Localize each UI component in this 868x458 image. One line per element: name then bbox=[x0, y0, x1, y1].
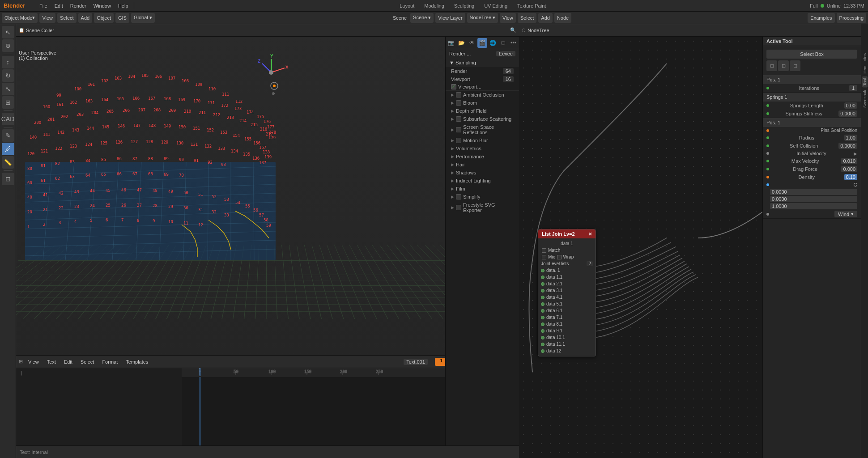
match-cb[interactable] bbox=[542, 248, 546, 253]
simplify-item[interactable]: ▶ Simplify bbox=[446, 193, 519, 201]
view-btn[interactable]: View bbox=[500, 13, 516, 23]
tab-particles[interactable]: ••• bbox=[509, 38, 518, 48]
viewport-denoising-checkbox[interactable]: ✓ Viewport... bbox=[451, 84, 481, 89]
menu-help[interactable]: Help bbox=[115, 0, 132, 11]
add-menu-btn[interactable]: Add bbox=[78, 13, 93, 23]
tab-output[interactable]: 📂 bbox=[457, 38, 466, 48]
df-value[interactable]: 0.000 bbox=[841, 166, 857, 172]
tool-annotate[interactable]: ✎ bbox=[2, 129, 14, 142]
render-engine-dropdown[interactable]: Eevee bbox=[496, 51, 515, 56]
select-menu-btn[interactable]: Select bbox=[57, 13, 77, 23]
bloom-checkbox[interactable] bbox=[456, 100, 461, 106]
bloom-item[interactable]: ▶ Bloom bbox=[446, 99, 519, 107]
viewport-canvas[interactable]: User Perspective (1) Collection bbox=[16, 37, 519, 355]
menu-edit[interactable]: Edit bbox=[51, 0, 67, 11]
workspace-modeling[interactable]: Modeling bbox=[420, 1, 449, 11]
film-item[interactable]: ▶ Film bbox=[446, 185, 519, 193]
workspace-layout[interactable]: Layout bbox=[395, 1, 419, 11]
sc-value[interactable]: 0.0000 bbox=[838, 143, 857, 149]
be-templates-btn[interactable]: Templates bbox=[123, 356, 151, 368]
vtab-item[interactable]: Item bbox=[862, 64, 868, 76]
select-box-btn[interactable]: Select Box bbox=[766, 50, 857, 59]
tool-mode-btn-3[interactable]: ⊡ bbox=[790, 60, 800, 71]
tool-extra[interactable]: ⊡ bbox=[2, 173, 14, 185]
vtab-tool[interactable]: Tool bbox=[862, 76, 868, 88]
tab-render[interactable]: 📷 bbox=[447, 38, 456, 48]
menu-file[interactable]: File bbox=[36, 0, 51, 11]
tab-world[interactable]: 🌐 bbox=[488, 38, 498, 48]
be-mode-btn[interactable]: ⊞ bbox=[19, 359, 23, 365]
transform-selector[interactable]: Global ▾ bbox=[131, 13, 155, 23]
ambient-occlusion-item[interactable]: ▶ Ambient Occlusion bbox=[446, 91, 519, 99]
menu-render[interactable]: Render bbox=[67, 0, 90, 11]
tool-scale[interactable]: ⤡ bbox=[2, 83, 14, 95]
workspace-uv-editing[interactable]: UV Editing bbox=[480, 1, 512, 11]
tool-cursor[interactable]: ⊕ bbox=[2, 39, 14, 52]
tab-view[interactable]: 👁 bbox=[467, 38, 477, 48]
viewport-denoising-cb[interactable]: ✓ bbox=[451, 84, 456, 89]
shadows-item[interactable]: ▶ Shadows bbox=[446, 169, 519, 177]
be-format-btn[interactable]: Format bbox=[99, 356, 120, 368]
node-tree-btn[interactable]: NodeTree ▾ bbox=[467, 13, 498, 23]
iterations-value[interactable]: 1 bbox=[849, 85, 857, 91]
hair-item[interactable]: ▶ Hair bbox=[446, 161, 519, 169]
freestyle-svg-item[interactable]: ▶ Freestyle SVG Exporter bbox=[446, 201, 519, 214]
workspace-texture-paint[interactable]: Texture Paint bbox=[513, 1, 550, 11]
menu-window[interactable]: Window bbox=[90, 0, 115, 11]
processing-btn[interactable]: Processing bbox=[837, 13, 866, 23]
mb-checkbox[interactable] bbox=[456, 138, 461, 143]
render-samples-value[interactable]: 64 bbox=[503, 68, 514, 74]
select-btn2[interactable]: Select bbox=[518, 13, 537, 23]
outliner-search-btn[interactable]: 🔍 bbox=[510, 27, 516, 33]
subsurface-scattering-item[interactable]: ▶ Subsurface Scattering bbox=[446, 115, 519, 123]
motion-blur-item[interactable]: ▶ Motion Blur bbox=[446, 136, 519, 144]
r-value[interactable]: 1.00 bbox=[844, 135, 857, 141]
node-btn[interactable]: Node bbox=[554, 13, 571, 23]
examples-btn[interactable]: Examples bbox=[808, 13, 834, 23]
fs-checkbox[interactable] bbox=[456, 205, 461, 210]
tool-transform[interactable]: ⊞ bbox=[2, 96, 14, 109]
view-menu-btn[interactable]: View bbox=[39, 13, 55, 23]
den-value[interactable]: 0.10 bbox=[844, 174, 857, 180]
indirect-lighting-item[interactable]: ▶ Indirect Lighting bbox=[446, 177, 519, 185]
be-edit-btn[interactable]: Edit bbox=[61, 356, 75, 368]
sampling-header[interactable]: ▼ Sampling bbox=[446, 58, 519, 67]
tool-measure[interactable]: 📏 bbox=[2, 156, 14, 169]
viewport-samples-value[interactable]: 16 bbox=[503, 76, 514, 82]
vtab-node[interactable]: Svertchak bbox=[862, 88, 868, 110]
mv-value[interactable]: 0.010 bbox=[841, 158, 857, 164]
mode-selector[interactable]: Object Mode ▾ bbox=[2, 13, 38, 23]
tool-move[interactable]: ↕ bbox=[2, 56, 14, 68]
ss-value[interactable]: 0.0000 bbox=[838, 110, 857, 117]
g-val1[interactable]: 0.0000 bbox=[770, 189, 857, 195]
screen-space-refl-item[interactable]: ▶ Screen Space Reflections bbox=[446, 123, 519, 136]
text-name-btn[interactable]: Text.001 bbox=[404, 359, 428, 365]
tool-mode-btn-2[interactable]: ⊡ bbox=[778, 60, 789, 71]
node-close-btn[interactable]: ✕ bbox=[588, 232, 592, 237]
simplify-checkbox[interactable] bbox=[456, 194, 461, 199]
be-select-btn[interactable]: Select bbox=[78, 356, 97, 368]
g-val3[interactable]: 1.0000 bbox=[770, 203, 857, 209]
vtab-view[interactable]: View bbox=[862, 51, 868, 63]
add-btn2[interactable]: Add bbox=[538, 13, 553, 23]
node-card-list-join[interactable]: List Join Lv=2 ✕ data 1 Match Mix Wrap bbox=[538, 229, 596, 356]
object-menu-btn[interactable]: Object bbox=[94, 13, 114, 23]
wrap-cb[interactable] bbox=[557, 255, 562, 259]
viewport-3d[interactable]: ⊞ View Select Add Object ⧉ ● User Perspe… bbox=[16, 24, 519, 355]
performance-item[interactable]: ▶ Performance bbox=[446, 153, 519, 161]
tool-draw[interactable]: 🖊 bbox=[2, 143, 14, 155]
tool-rotate[interactable]: ↻ bbox=[2, 69, 14, 82]
workspace-sculpting[interactable]: Sculpting bbox=[450, 1, 479, 11]
mix-cb[interactable] bbox=[542, 255, 546, 259]
join-level-value[interactable]: 2 bbox=[587, 261, 593, 266]
ao-checkbox[interactable] bbox=[456, 92, 461, 98]
springs1-header[interactable]: Springs 1 bbox=[763, 93, 861, 102]
ssr-checkbox[interactable] bbox=[456, 127, 461, 132]
gis-btn[interactable]: GIS bbox=[115, 13, 129, 23]
tool-cad[interactable]: CAD bbox=[2, 113, 14, 125]
render-engine-header[interactable]: Render ... Eevee bbox=[446, 49, 519, 58]
wind-dropdown[interactable]: Wind ▾ bbox=[834, 211, 857, 217]
volumetrics-item[interactable]: ▶ Volumetrics bbox=[446, 144, 519, 153]
sl-value[interactable]: 0.00 bbox=[844, 102, 857, 109]
sss-checkbox[interactable] bbox=[456, 116, 461, 122]
